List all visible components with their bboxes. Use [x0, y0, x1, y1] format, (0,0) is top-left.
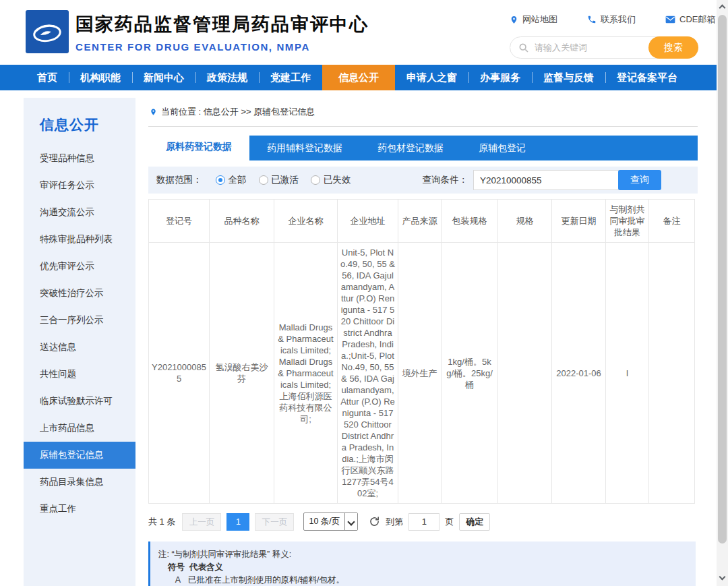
radio-all-control[interactable]: [216, 175, 225, 185]
tab-raw-aux-pack[interactable]: 原辅包登记: [461, 136, 543, 160]
location-pin-icon: [150, 107, 157, 117]
cell-variety-name: 氢溴酸右美沙芬: [210, 243, 274, 504]
nav-item-news[interactable]: 新闻中心: [132, 65, 195, 90]
note-title: 注: “与制剂共同审评审批结果” 释义:: [158, 548, 686, 561]
search-icon: [518, 42, 529, 53]
filter-bar: 数据范围： 全部 已激活 已失效 查询条件： 查询: [148, 167, 698, 194]
nav-item-home[interactable]: 首页: [26, 65, 69, 90]
goto-suffix: 页: [445, 516, 454, 528]
next-page-button[interactable]: 下一页: [255, 513, 294, 531]
phone-icon: [587, 15, 597, 24]
sidebar-item-delivery-info[interactable]: 送达信息: [24, 334, 135, 361]
map-pin-icon: [510, 15, 518, 25]
quick-links: 网站地图 联系我们 CDE邮箱: [510, 13, 715, 26]
sidebar-item-review-tasks[interactable]: 审评任务公示: [24, 172, 135, 199]
page-size-select[interactable]: 10 条/页: [303, 512, 358, 531]
select-dropdown-icon: [344, 513, 357, 530]
radio-activated-control[interactable]: [259, 175, 268, 185]
cell-company-name: Malladi Drugs & Pharmaceuticals Limited;…: [274, 243, 338, 504]
search-button[interactable]: 搜索: [648, 36, 698, 59]
col-company-name: 企业名称: [274, 200, 338, 243]
main-content: 当前位置 : 信息公开 >> 原辅包登记信息 原料药登记数据 药用辅料登记数据 …: [148, 98, 698, 586]
cde-mail-link[interactable]: CDE邮箱: [665, 13, 715, 26]
radio-expired-control[interactable]: [311, 175, 320, 185]
swan-logo-icon: [29, 13, 65, 50]
mail-icon: [665, 16, 675, 24]
radio-activated[interactable]: 已激活: [259, 174, 299, 186]
sitemap-link[interactable]: 网站地图: [510, 13, 557, 26]
table-header-row: 登记号 品种名称 企业名称 企业地址 产品来源 包装规格 规格 更新日期 与制剂…: [149, 200, 695, 243]
sidebar-item-key-work[interactable]: 重点工作: [24, 496, 135, 523]
nav-item-party[interactable]: 党建工作: [259, 65, 322, 90]
nav-item-supervision[interactable]: 监督与反馈: [532, 65, 605, 90]
data-tabs: 原料药登记数据 药用辅料登记数据 药包材登记数据 原辅包登记: [148, 136, 698, 160]
total-count: 共 1 条: [148, 516, 175, 528]
cell-product-source: 境外生产: [398, 243, 442, 504]
pagination: 共 1 条 上一页 1 下一页 10 条/页 到第 页 确定: [148, 512, 698, 531]
nav-item-functions[interactable]: 机构职能: [69, 65, 132, 90]
col-spec: 规格: [498, 200, 552, 243]
current-page-button[interactable]: 1: [226, 513, 249, 531]
site-title: 国家药品监督管理局药品审评中心: [75, 12, 369, 36]
radio-all[interactable]: 全部: [216, 174, 247, 186]
sidebar-item-raw-material-registration[interactable]: 原辅包登记信息: [24, 442, 135, 469]
query-input[interactable]: [473, 170, 640, 190]
sidebar-item-clinical-trial-license[interactable]: 临床试验默示许可: [24, 388, 135, 415]
refresh-icon[interactable]: [369, 516, 380, 527]
contact-link[interactable]: 联系我们: [587, 13, 636, 26]
note-header: 符号 代表含义: [158, 561, 686, 574]
cell-spec: [498, 243, 552, 504]
query-label: 查询条件：: [423, 174, 468, 186]
scroll-up-icon[interactable]: [719, 5, 726, 11]
col-variety-name: 品种名称: [210, 200, 274, 243]
sidebar-item-priority-review[interactable]: 优先审评公示: [24, 253, 135, 280]
cell-registration-no: Y20210000855: [149, 243, 210, 504]
vertical-scrollbar[interactable]: [717, 0, 728, 586]
sidebar-item-accepted-varieties[interactable]: 受理品种信息: [24, 145, 135, 172]
cell-joint-review-result: I: [606, 243, 649, 504]
tab-excipient-registration[interactable]: 药用辅料登记数据: [249, 136, 360, 160]
col-joint-review-result: 与制剂共同审批审批结果: [606, 200, 649, 243]
query-button[interactable]: 查询: [618, 170, 661, 190]
scope-label: 数据范围：: [156, 174, 202, 186]
cde-logo: [26, 10, 69, 53]
legend-note: 注: “与制剂共同审评审批结果” 释义: 符号 代表含义 A 已批准在上市制剂使…: [148, 541, 696, 586]
results-table: 登记号 品种名称 企业名称 企业地址 产品来源 包装规格 规格 更新日期 与制剂…: [148, 199, 695, 504]
breadcrumb-text: 当前位置 : 信息公开 >> 原辅包登记信息: [161, 106, 315, 118]
search-input[interactable]: [535, 38, 642, 57]
sidebar-item-common-issues[interactable]: 共性问题: [24, 361, 135, 388]
confirm-button[interactable]: 确定: [459, 513, 490, 531]
site-header: 国家药品监督管理局药品审评中心 CENTER FOR DRUG EVALUATI…: [0, 0, 717, 65]
nav-item-policy[interactable]: 政策法规: [195, 65, 259, 90]
cell-packaging-spec: 1kg/桶。5kg/桶。25kg/桶: [442, 243, 498, 504]
scroll-down-icon[interactable]: [719, 574, 726, 581]
cell-update-date: 2022-01-06: [552, 243, 606, 504]
sidebar-item-three-in-one[interactable]: 三合一序列公示: [24, 307, 135, 334]
sidebar-item-marketed-drugs[interactable]: 上市药品信息: [24, 415, 135, 442]
nav-item-info-disclosure[interactable]: 信息公开: [322, 65, 395, 90]
prev-page-button[interactable]: 上一页: [182, 513, 221, 531]
col-company-address: 企业地址: [338, 200, 398, 243]
nav-item-registration-platform[interactable]: 登记备案平台: [605, 65, 689, 90]
nav-item-applicant[interactable]: 申请人之窗: [395, 65, 468, 90]
col-update-date: 更新日期: [552, 200, 606, 243]
nav-item-services[interactable]: 办事服务: [468, 65, 532, 90]
col-product-source: 产品来源: [398, 200, 442, 243]
tab-packaging-registration[interactable]: 药包材登记数据: [360, 136, 461, 160]
sidebar-item-special-approval[interactable]: 特殊审批品种列表: [24, 226, 135, 253]
col-registration-no: 登记号: [149, 200, 210, 243]
sidebar-item-breakthrough-therapy[interactable]: 突破性治疗公示: [24, 280, 135, 307]
cell-remarks: [649, 243, 695, 504]
sidebar-title: 信息公开: [24, 98, 135, 145]
cell-company-address: Unit-5, Plot No.49, 50, 55 & 56, IDA Gaj…: [338, 243, 398, 504]
breadcrumb: 当前位置 : 信息公开 >> 原辅包登记信息: [148, 98, 698, 127]
scrollbar-thumb[interactable]: [718, 15, 727, 544]
tab-api-registration[interactable]: 原料药登记数据: [148, 133, 249, 160]
sidebar-item-communication[interactable]: 沟通交流公示: [24, 199, 135, 226]
goto-label: 到第: [386, 516, 403, 528]
goto-page-input[interactable]: [408, 513, 439, 531]
col-packaging-spec: 包装规格: [442, 200, 498, 243]
radio-expired[interactable]: 已失效: [311, 174, 351, 186]
table-row: Y20210000855 氢溴酸右美沙芬 Malladi Drugs & Pha…: [149, 243, 695, 504]
sidebar-item-drug-catalog[interactable]: 药品目录集信息: [24, 469, 135, 496]
